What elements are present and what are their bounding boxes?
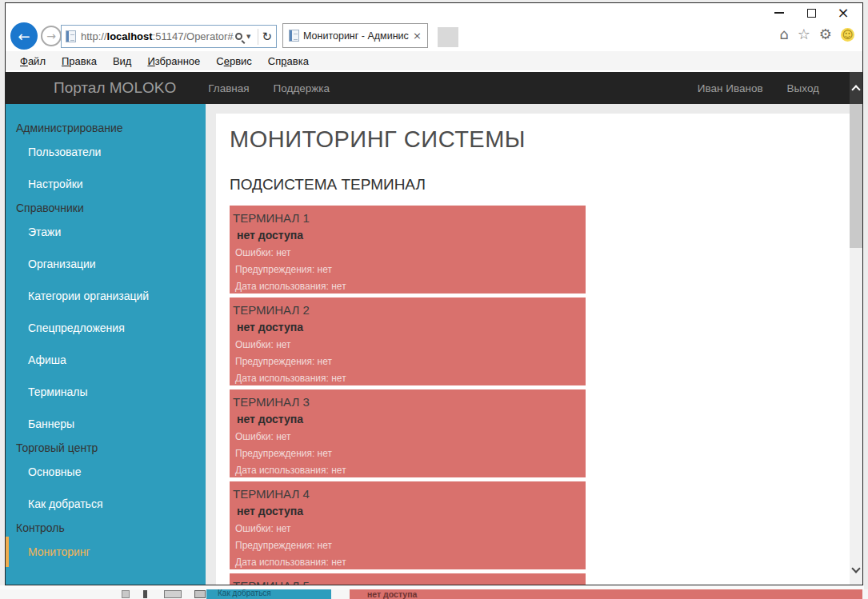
terminal-errors: Ошибки: нет [235, 339, 586, 350]
terminal-card: ТЕРМИНАЛ 2 нет доступа Ошибки: нет Преду… [230, 298, 586, 385]
sidebar-item[interactable]: Афиша [6, 352, 206, 368]
sidebar-item[interactable]: Категории организаций [6, 288, 206, 304]
terminal-warnings: Предупреждения: нет [235, 264, 586, 275]
navbar-user-area: Иван Иванов Выход [698, 82, 819, 94]
sidebar-item[interactable]: Спецпредложения [6, 320, 206, 336]
scroll-up-button[interactable] [850, 72, 862, 104]
gear-icon[interactable]: ⚙ [819, 27, 832, 42]
menu-item[interactable]: Файл [12, 55, 54, 67]
back-button[interactable]: ← [10, 22, 38, 50]
background-window-button [122, 590, 130, 598]
tab-title: Мониторинг - Администр... [303, 30, 409, 42]
page-scrollbar[interactable] [850, 70, 862, 585]
sidebar-item[interactable]: Справочники [6, 200, 206, 216]
terminal-status: нет доступа [237, 229, 586, 242]
page-title: МОНИТОРИНГ СИСТЕМЫ [230, 126, 850, 153]
page-favicon-icon [66, 30, 76, 42]
user-name-link[interactable]: Иван Иванов [698, 82, 763, 94]
sidebar: Администрирование Пользователи Настройки… [6, 104, 206, 585]
sidebar-item[interactable]: Организации [6, 256, 206, 272]
logout-link[interactable]: Выход [787, 82, 819, 94]
tab-favicon-icon [289, 30, 299, 42]
scrollbar-thumb[interactable] [850, 104, 862, 248]
sidebar-item[interactable]: Основные [6, 464, 206, 480]
terminal-card: ТЕРМИНАЛ 1 нет доступа Ошибки: нет Преду… [230, 206, 586, 294]
section-title: ПОДСИСТЕМА ТЕРМИНАЛ [230, 176, 850, 194]
search-icon[interactable] [235, 33, 242, 40]
home-icon[interactable]: ⌂ [779, 27, 788, 42]
menu-item[interactable]: Вид [105, 55, 140, 67]
sidebar-item[interactable]: Этажи [6, 224, 206, 240]
menu-item[interactable]: Правка [54, 55, 105, 67]
new-tab-button[interactable] [438, 27, 458, 47]
terminal-card: ТЕРМИНАЛ 5 нет доступа Ошибки: нет Преду… [230, 573, 586, 585]
browser-toolbar-icons: ⌂ ☆ ⚙ ☺ [779, 27, 854, 42]
terminal-cards: ТЕРМИНАЛ 1 нет доступа Ошибки: нет Преду… [230, 206, 586, 585]
menu-item[interactable]: Справка [260, 55, 317, 67]
menu-bar: Файл Правка Вид Избранное Сервис Справка [6, 51, 862, 70]
sidebar-item[interactable]: Настройки [6, 176, 206, 192]
feedback-smiley-icon[interactable]: ☺ [841, 28, 854, 42]
tab-close-icon[interactable]: × [413, 30, 422, 42]
refresh-icon[interactable]: ↻ [262, 30, 272, 44]
sidebar-item[interactable]: Как добраться [6, 496, 206, 512]
background-window: Как добраться нет доступа [0, 589, 868, 599]
terminal-warnings: Предупреждения: нет [235, 540, 586, 551]
terminal-errors: Ошибки: нет [235, 431, 586, 442]
navbar-link[interactable]: Главная [196, 82, 261, 94]
terminal-title: ТЕРМИНАЛ 2 [230, 298, 586, 317]
terminal-errors: Ошибки: нет [235, 247, 586, 258]
terminal-errors: Ошибки: нет [235, 523, 586, 534]
maximize-button[interactable] [795, 3, 827, 22]
favorites-star-icon[interactable]: ☆ [798, 27, 810, 42]
background-window-card-fragment: нет доступа [350, 589, 862, 599]
brand-logo[interactable]: Портал MOLOKO [54, 79, 176, 97]
forward-button[interactable]: → [41, 26, 62, 46]
sidebar-item[interactable]: Терминалы [6, 384, 206, 400]
scroll-down-button[interactable] [850, 562, 862, 578]
sidebar-item[interactable]: Мониторинг [6, 544, 206, 560]
chevron-up-icon [851, 85, 860, 94]
window-titlebar: × [6, 3, 862, 21]
chevron-down-icon[interactable]: ▼ [246, 34, 250, 40]
terminal-card: ТЕРМИНАЛ 4 нет доступа Ошибки: нет Преду… [230, 481, 586, 569]
background-window-sidebar-fragment: Как добраться [206, 589, 331, 599]
url-host: localhost [107, 30, 153, 42]
background-window-button [143, 590, 147, 598]
menu-item[interactable]: Сервис [208, 55, 260, 67]
forward-icon: → [46, 30, 56, 42]
terminal-title: ТЕРМИНАЛ 5 [230, 573, 586, 585]
navbar-links: Главная Поддержка [196, 82, 342, 94]
close-button[interactable]: × [827, 3, 859, 22]
back-icon: ← [18, 28, 30, 45]
terminal-usage-date: Дата использования: нет [235, 373, 586, 384]
browser-tab[interactable]: Мониторинг - Администр... × [282, 23, 428, 48]
menu-item[interactable]: Избранное [139, 55, 208, 67]
minimize-button[interactable] [763, 3, 795, 22]
url-protocol: http:// [81, 30, 107, 42]
terminal-warnings: Предупреждения: нет [235, 356, 586, 367]
terminal-title: ТЕРМИНАЛ 1 [230, 206, 586, 225]
background-window-button [164, 590, 182, 598]
sidebar-item[interactable]: Пользователи [6, 144, 206, 160]
url-text[interactable]: http://localhost:51147/Operator#/M [81, 30, 234, 42]
chevron-down-icon [851, 564, 860, 573]
browser-chrome: ← → http://localhost:51147/Operator#/M ▼… [6, 21, 862, 51]
terminal-usage-date: Дата использования: нет [235, 465, 586, 476]
divider [258, 29, 258, 45]
minimize-icon [774, 12, 784, 14]
terminal-status: нет доступа [237, 505, 586, 517]
sidebar-item[interactable]: Баннеры [6, 416, 206, 432]
background-window-button [194, 590, 206, 598]
terminal-status: нет доступа [237, 321, 586, 333]
sidebar-item[interactable]: Торговый центр [6, 440, 206, 456]
page-viewport: Портал MOLOKO Главная Поддержка Иван Ива… [6, 70, 862, 585]
terminal-title: ТЕРМИНАЛ 3 [230, 389, 586, 409]
sidebar-item[interactable]: Администрирование [6, 120, 206, 136]
address-bar[interactable]: http://localhost:51147/Operator#/M ▼ ↻ [61, 25, 277, 48]
navbar-link[interactable]: Поддержка [262, 82, 342, 94]
main-content: МОНИТОРИНГ СИСТЕМЫ ПОДСИСТЕМА ТЕРМИНАЛ Т… [216, 114, 850, 585]
sidebar-item[interactable]: Контроль [6, 520, 206, 536]
window-controls: × [763, 3, 859, 22]
site-navbar: Портал MOLOKO Главная Поддержка Иван Ива… [6, 72, 850, 104]
